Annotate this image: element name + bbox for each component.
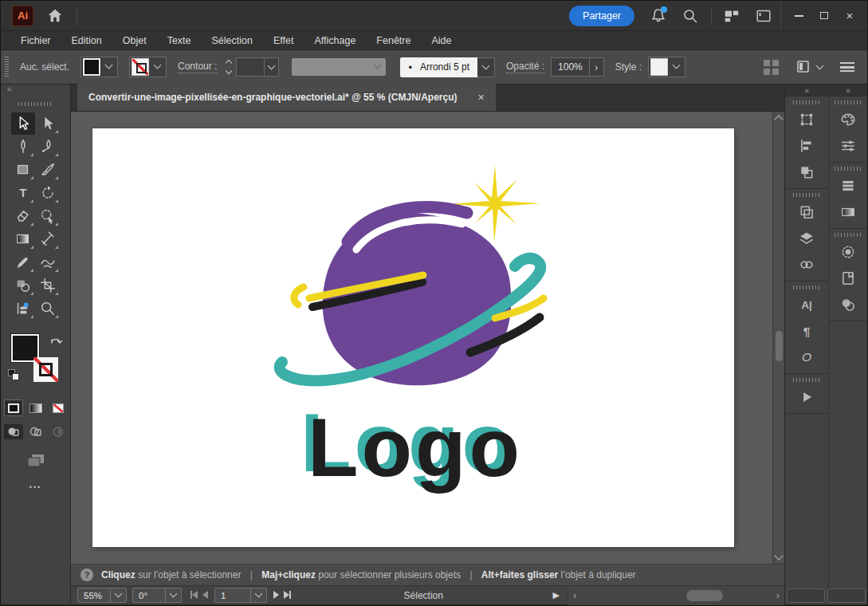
selection-tool[interactable] [11,112,35,135]
chevron-down-icon[interactable] [170,590,178,598]
menu-affichage[interactable]: Affichage [304,31,366,49]
pen-tool[interactable] [11,136,35,158]
color-guide-panel-icon[interactable] [829,132,867,159]
graphic-style-control[interactable] [648,57,685,77]
dock-grip[interactable] [793,193,820,197]
graph-tool[interactable] [11,297,35,320]
stroke-weight-field[interactable] [236,57,279,77]
align-panel-icon[interactable] [785,132,828,159]
chevron-down-icon[interactable] [115,590,123,598]
zoom-level-dropdown[interactable]: 55% [77,588,127,603]
eyedropper-tool[interactable] [11,251,35,273]
canvas-pasteboard[interactable]: Logo Logo [71,112,784,564]
gradient-panel-icon[interactable] [829,199,867,225]
gradient-fill-button[interactable] [26,399,45,416]
chevron-down-icon[interactable] [482,61,490,69]
pathfinder-panel-icon[interactable] [785,159,828,185]
share-button[interactable]: Partager [569,6,634,26]
artboard-tool[interactable] [36,274,60,297]
status-menu-icon[interactable]: ▶ [553,590,560,600]
chevron-up-icon[interactable] [226,60,232,66]
minimize-icon[interactable] [786,5,811,27]
rectangle-tool[interactable] [11,159,35,181]
style-swatch[interactable] [650,58,668,76]
shape-builder-tool[interactable] [11,274,35,297]
opacity-field[interactable]: 100% [551,57,590,77]
curvature-tool[interactable] [36,136,60,158]
none-fill-button[interactable] [49,399,68,416]
next-artboard-button[interactable] [273,591,279,600]
stroke-weight-stepper[interactable] [226,61,231,73]
swap-fill-stroke-icon[interactable] [49,334,65,348]
artboard-number-dropdown[interactable]: 1 [214,588,267,603]
default-colors-icon[interactable] [8,369,21,382]
character-panel-icon[interactable]: A| [785,291,828,317]
vertical-scroll-thumb[interactable] [776,331,783,361]
gradient-tool[interactable] [11,228,35,250]
transparency-panel-icon[interactable] [785,199,828,225]
symbols-panel-icon[interactable] [829,265,867,291]
dock-grip[interactable] [793,285,820,289]
document-setup-icon[interactable] [755,7,772,25]
search-icon[interactable] [681,6,700,26]
dock-grip[interactable] [793,378,820,382]
type-tool[interactable]: T [11,182,35,204]
vertical-scrollbar[interactable] [772,112,784,564]
menu-selection[interactable]: Sélection [202,31,263,49]
rotate-tool[interactable] [36,182,60,204]
scroll-down-icon[interactable] [774,551,783,560]
first-artboard-button[interactable] [190,591,198,600]
menu-objet[interactable]: Objet [112,31,157,49]
menu-fenetre[interactable]: Fenêtre [366,31,421,49]
paragraph-panel-icon[interactable]: ¶ [785,317,828,344]
draw-normal-button[interactable] [4,424,23,439]
menu-edition[interactable]: Edition [61,31,112,49]
help-icon[interactable]: ? [81,569,93,581]
stroke-weight-label[interactable]: Contour : [178,61,217,73]
tab-close-icon[interactable]: × [477,91,484,104]
width-tool[interactable] [36,228,60,250]
screen-mode-icon[interactable] [26,452,46,469]
zoom-tool[interactable] [36,297,60,320]
chevron-down-icon[interactable] [673,61,681,69]
dock-grip[interactable] [835,233,862,237]
maximize-icon[interactable] [811,5,837,27]
lasso-tool[interactable] [36,205,60,227]
menu-aide[interactable]: Aide [421,31,461,49]
color-panel-icon[interactable] [829,106,867,132]
dock-collapse-button[interactable]: « [829,85,867,96]
arrange-documents-icon[interactable] [723,7,740,25]
last-artboard-button[interactable] [284,591,291,600]
artboard[interactable]: Logo Logo [92,128,734,547]
links-panel-icon[interactable] [785,251,828,277]
edit-toolbar-button[interactable]: ••• [29,483,41,491]
previous-artboard-button[interactable] [202,591,208,600]
scroll-left-icon[interactable]: ‹ [573,589,576,601]
dock-grip[interactable] [793,100,820,104]
stroke-none-swatch[interactable] [132,58,149,76]
close-icon[interactable]: × [837,5,862,27]
menu-texte[interactable]: Texte [157,31,202,49]
direct-selection-tool[interactable] [36,112,60,135]
menu-effet[interactable]: Effet [263,31,304,49]
workspace-switcher-icon[interactable] [796,60,823,74]
swatches-panel-icon[interactable] [829,172,867,199]
color-fill-button[interactable] [4,399,23,416]
transform-panel-icon[interactable] [785,106,828,132]
tools-grip[interactable] [18,102,53,106]
home-icon[interactable] [45,6,65,26]
document-tab[interactable]: Convertir-une-image-pixellisée-en-graphi… [77,84,496,111]
dock-grip[interactable] [835,167,862,171]
graphic-styles-panel-icon[interactable] [829,291,867,317]
chevron-down-icon[interactable] [816,61,824,69]
brushes-panel-icon[interactable] [829,238,867,265]
fill-swatch[interactable] [83,58,100,76]
paintbrush-tool[interactable] [36,159,60,181]
control-bar-grip[interactable] [5,57,9,77]
brush-definition-dropdown[interactable]: • Arrondi 5 pt [400,57,495,77]
dock-collapse-button[interactable]: « [785,85,828,96]
control-bar-menu-icon[interactable] [840,62,854,72]
layers-panel-icon[interactable] [785,225,828,251]
chevron-down-icon[interactable] [105,61,113,69]
fill-color-control[interactable] [81,57,118,77]
